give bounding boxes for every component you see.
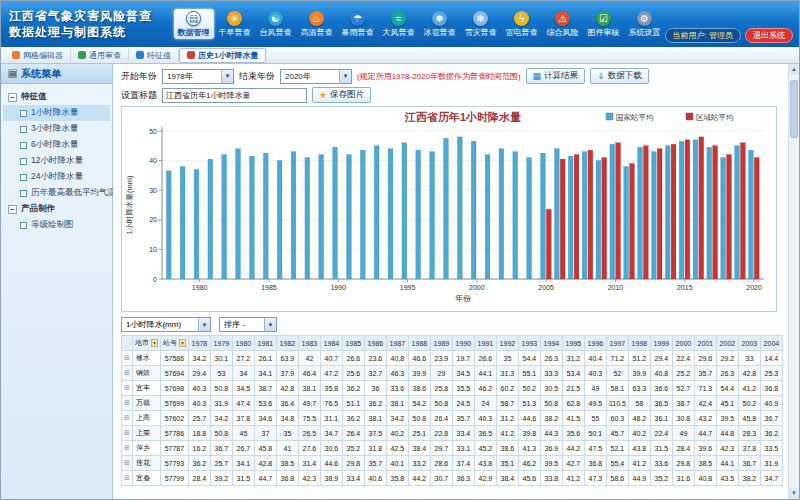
year-column-header[interactable]: 1982 bbox=[276, 336, 298, 351]
toolbar-item-5[interactable]: ☂暴雨普查 bbox=[338, 9, 378, 39]
year-column-header[interactable]: 1979 bbox=[210, 336, 232, 351]
range-note: (规定所用1978-2020年数据作为普查时间范围) bbox=[357, 71, 521, 82]
year-column-header[interactable]: 1997 bbox=[606, 336, 628, 351]
save-image-button[interactable]: ★ 保存图片 bbox=[312, 87, 371, 103]
tab-1[interactable]: 网格编辑器 bbox=[5, 49, 71, 62]
table-row[interactable]: ⊞修水5758634.230.127.226.163.94240.726.623… bbox=[122, 351, 784, 366]
row-expander-icon[interactable]: ⊞ bbox=[122, 471, 133, 486]
sidebar-item[interactable]: 1小时降水量 bbox=[3, 105, 110, 121]
table-row[interactable]: ⊞上栗5778618.850.845373526.534.726.437.540… bbox=[122, 426, 784, 441]
start-year-select[interactable]: 1978年 ▾ bbox=[162, 69, 234, 84]
row-expander-icon[interactable]: ⊞ bbox=[122, 456, 133, 471]
value-cell: 110.5 bbox=[606, 396, 628, 411]
year-column-header[interactable]: 1990 bbox=[452, 336, 474, 351]
toolbar-item-7[interactable]: ❅冰雹普查 bbox=[420, 9, 460, 39]
year-column-header[interactable]: 2005 bbox=[782, 336, 783, 351]
sidebar-group-1[interactable]: −特征值 bbox=[3, 89, 110, 105]
year-column-header[interactable]: 1989 bbox=[430, 336, 452, 351]
vertical-scrollbar[interactable]: ▲ ▼ bbox=[788, 64, 799, 499]
value-cell: 39.5 bbox=[540, 456, 562, 471]
year-column-header[interactable]: 1999 bbox=[650, 336, 672, 351]
year-column-header[interactable]: 1996 bbox=[584, 336, 606, 351]
year-column-header[interactable]: 1988 bbox=[408, 336, 430, 351]
sidebar-item[interactable]: 12小时降水量 bbox=[3, 153, 110, 169]
row-expander-icon[interactable]: ⊞ bbox=[122, 366, 133, 381]
toolbar-item-6[interactable]: ≈大风普查 bbox=[379, 9, 419, 39]
year-column-header[interactable]: 1994 bbox=[540, 336, 562, 351]
tab-3[interactable]: 特征值 bbox=[129, 49, 179, 62]
sidebar-item[interactable]: 等级绘制图 bbox=[3, 217, 110, 233]
year-column-header[interactable]: 1985 bbox=[342, 336, 364, 351]
year-column-header[interactable]: 2002 bbox=[716, 336, 738, 351]
tab-2[interactable]: 通用审查 bbox=[71, 49, 129, 62]
row-expander-icon[interactable]: ⊞ bbox=[122, 441, 133, 456]
sidebar-group-2[interactable]: −产品制作 bbox=[3, 201, 110, 217]
year-column-header[interactable]: 1986 bbox=[364, 336, 386, 351]
svg-text:10: 10 bbox=[149, 246, 157, 253]
logout-button[interactable]: 退出系统 bbox=[745, 28, 793, 43]
year-column-header[interactable]: 1981 bbox=[254, 336, 276, 351]
filter-icon[interactable]: ▾ bbox=[151, 339, 158, 348]
year-column-header[interactable]: 2003 bbox=[738, 336, 760, 351]
station-id-column-header[interactable]: 站号▾ bbox=[160, 336, 188, 351]
sort-select[interactable]: 排序 - ▾ bbox=[219, 317, 277, 332]
metric-select[interactable]: 1小时降水(mm) ▾ bbox=[121, 317, 211, 332]
chart-title-input[interactable] bbox=[162, 88, 307, 103]
tree-collapse-icon[interactable]: − bbox=[8, 93, 17, 102]
value-cell: 40.8 bbox=[650, 366, 672, 381]
year-column-header[interactable]: 1995 bbox=[562, 336, 584, 351]
sidebar-item[interactable]: 24小时降水量 bbox=[3, 169, 110, 185]
year-column-header[interactable]: 2001 bbox=[694, 336, 716, 351]
toolbar-item-8[interactable]: ❄雪灾普查 bbox=[461, 9, 501, 39]
calc-result-button[interactable]: ▦ 计算结果 bbox=[526, 68, 586, 84]
toolbar-item-11[interactable]: ☑图件审核 bbox=[584, 9, 624, 39]
tab-4[interactable]: 历史1小时降水量 bbox=[179, 48, 266, 63]
filter-icon[interactable]: ▾ bbox=[179, 339, 186, 348]
year-column-header[interactable]: 1984 bbox=[320, 336, 342, 351]
year-column-header[interactable]: 1998 bbox=[628, 336, 650, 351]
value-cell: 39.6 bbox=[694, 441, 716, 456]
value-cell: 25.1 bbox=[408, 426, 430, 441]
toolbar-item-10[interactable]: ⚠综合风险 bbox=[543, 9, 583, 39]
toolbar-item-4[interactable]: ♨高温普查 bbox=[297, 9, 337, 39]
table-row[interactable]: ⊞萍乡5778716.236.726.745.84127.630.635.231… bbox=[122, 441, 784, 456]
value-cell: 44.8 bbox=[716, 426, 738, 441]
tree-collapse-icon[interactable]: − bbox=[8, 205, 17, 214]
row-expander-icon[interactable]: ⊞ bbox=[122, 396, 133, 411]
year-column-header[interactable]: 1993 bbox=[518, 336, 540, 351]
table-row[interactable]: ⊞铜鼓5769429.4533434.137.946.447.225.632.7… bbox=[122, 366, 784, 381]
year-column-header[interactable]: 1978 bbox=[188, 336, 210, 351]
end-year-select[interactable]: 2020年 ▾ bbox=[280, 69, 352, 84]
row-expander-icon[interactable]: ⊞ bbox=[122, 426, 133, 441]
toolbar-item-1[interactable]: ▤数据管理 bbox=[174, 9, 214, 39]
scroll-up-arrow[interactable]: ▲ bbox=[789, 64, 799, 75]
scroll-down-arrow[interactable]: ▼ bbox=[789, 488, 799, 499]
toolbar-item-2[interactable]: ☀干旱普查 bbox=[215, 9, 255, 39]
year-column-header[interactable]: 1983 bbox=[298, 336, 320, 351]
year-column-header[interactable]: 2004 bbox=[760, 336, 782, 351]
row-expander-icon[interactable]: ⊞ bbox=[122, 411, 133, 426]
toolbar-item-12[interactable]: ⚙系统设置 bbox=[625, 9, 665, 39]
table-row[interactable]: ⊞上高5760225.734.237.834.634.875.531.136.2… bbox=[122, 411, 784, 426]
year-column-header[interactable]: 1987 bbox=[386, 336, 408, 351]
year-column-header[interactable]: 2000 bbox=[672, 336, 694, 351]
row-expander-icon[interactable]: ⊞ bbox=[122, 381, 133, 396]
value-cell: 29.7 bbox=[430, 441, 452, 456]
table-row[interactable]: ⊞莲花5779336.225.734.142.838.531.444.629.8… bbox=[122, 456, 784, 471]
year-column-header[interactable]: 1991 bbox=[474, 336, 496, 351]
sidebar-item[interactable]: 6小时降水量 bbox=[3, 137, 110, 153]
table-row[interactable]: ⊞万载5769940.331.947.453.636.449.776.551.1… bbox=[122, 396, 784, 411]
scrollbar-thumb[interactable] bbox=[790, 80, 798, 138]
year-column-header[interactable]: 1992 bbox=[496, 336, 518, 351]
year-column-header[interactable]: 1980 bbox=[232, 336, 254, 351]
station-id-cell: 57793 bbox=[160, 456, 188, 471]
table-row[interactable]: ⊞宜春5779928.439.231.544.736.842.338.933.4… bbox=[122, 471, 784, 486]
toolbar-item-9[interactable]: ϟ雷电普查 bbox=[502, 9, 542, 39]
sidebar-item[interactable]: 历年最高最低平均气温 bbox=[3, 185, 110, 201]
row-expander-icon[interactable]: ⊞ bbox=[122, 351, 133, 366]
toolbar-item-3[interactable]: ☯台风普查 bbox=[256, 9, 296, 39]
sidebar-item[interactable]: 3小时降水量 bbox=[3, 121, 110, 137]
table-row[interactable]: ⊞宜丰5769840.350.834.538.742.838.135.836.2… bbox=[122, 381, 784, 396]
data-download-button[interactable]: ⇓ 数据下载 bbox=[590, 68, 649, 84]
station-column-header[interactable]: 地市▾ bbox=[132, 336, 160, 351]
